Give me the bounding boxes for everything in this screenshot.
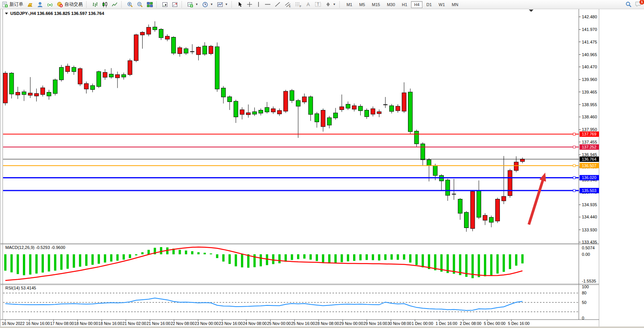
- rsi-axis-label: 0: [582, 316, 584, 320]
- new-order-button[interactable]: 新订单: [0, 0, 25, 8]
- zoom-in-icon: [127, 2, 133, 8]
- timeframe-group: M1M5M15M30H1H4D1W1MN: [343, 2, 462, 7]
- macd-axis-label: 0.5074: [582, 246, 595, 250]
- toolbar-separator: [231, 1, 234, 8]
- bar-chart-button[interactable]: [90, 0, 100, 8]
- time-tick-label: 25 Nov 00:00: [267, 321, 291, 326]
- toolbar-separator: [121, 1, 124, 8]
- price-tick-label: 134.440: [582, 215, 597, 219]
- vertical-line-button[interactable]: [254, 0, 263, 8]
- timeframe-button-H1[interactable]: H1: [399, 1, 410, 8]
- time-tick-label: 18 Nov 00:00: [74, 321, 98, 326]
- time-tick-label: 16 Nov 16:00: [26, 321, 50, 326]
- rsi-axis-label: 100: [582, 284, 589, 289]
- timeframe-button-D1[interactable]: D1: [423, 1, 435, 8]
- data-window-icon: [162, 2, 168, 8]
- svg-text:E: E: [289, 5, 291, 8]
- timeframe-button-MN[interactable]: MN: [449, 1, 461, 8]
- cursor-icon: [237, 2, 243, 7]
- crosshair-button[interactable]: [245, 0, 254, 8]
- equidistant-channel-icon: E: [284, 2, 291, 8]
- price-tick-label: 134.935: [582, 202, 597, 207]
- price-tick-label: 140.965: [582, 52, 597, 57]
- timeframe-button-M1[interactable]: M1: [344, 1, 355, 8]
- chart-title: USDJPY-,H4 136.666 136.825 136.597 136.7…: [5, 11, 104, 16]
- community-button[interactable]: [35, 0, 45, 8]
- horizontal-line-button[interactable]: [263, 0, 273, 8]
- auto-trading-icon: [57, 2, 63, 8]
- cursor-button[interactable]: [235, 0, 245, 8]
- toolbar-separator: [339, 1, 342, 8]
- price-tick-label: 137.455: [582, 140, 597, 144]
- price-tick-label: 142.480: [582, 15, 597, 19]
- svg-text:T: T: [317, 2, 319, 6]
- svg-text:F: F: [300, 5, 301, 8]
- price-tick-label: 139.960: [582, 77, 597, 82]
- timeframe-button-M5[interactable]: M5: [356, 1, 368, 8]
- time-tick-label: 29 Nov 16:00: [363, 321, 387, 326]
- time-tick-label: 25 Nov 16:00: [291, 321, 315, 326]
- navigator-button[interactable]: [170, 0, 180, 8]
- timeframe-button-W1[interactable]: W1: [435, 1, 448, 8]
- time-tick-label: 1 Dec 16:00: [436, 321, 458, 326]
- price-badge-label: 136.764: [582, 157, 596, 162]
- market-depth-button[interactable]: [25, 0, 35, 8]
- text-icon: A: [306, 2, 311, 7]
- toolbar-right-group: 1: [625, 0, 642, 9]
- price-tick-label: 133.930: [582, 228, 597, 232]
- rsi-label: RSI(14) 53.4145: [5, 286, 36, 290]
- price-badge-label: 135.503: [582, 188, 596, 193]
- main-toolbar: 新订单 自动交易: [0, 0, 644, 9]
- fibonacci-button[interactable]: F: [293, 0, 304, 8]
- new-chart-icon: [187, 2, 193, 8]
- candlestick-chart-icon: [102, 2, 108, 8]
- fibonacci-icon: F: [295, 2, 302, 8]
- zoom-in-button[interactable]: [125, 0, 135, 8]
- price-tick-label: 133.435: [582, 240, 597, 244]
- svg-text:A: A: [307, 2, 310, 7]
- text-button[interactable]: A: [304, 0, 313, 8]
- notification-badge: 1: [639, 0, 644, 5]
- auto-trading-button[interactable]: 自动交易: [55, 0, 85, 8]
- symbol-title: USDJPY-,H4 136.666 136.825 136.597 136.7…: [10, 11, 104, 16]
- arrows-button[interactable]: ▼: [323, 0, 338, 8]
- toolbar-separator: [156, 1, 159, 8]
- toolbar-separator: [86, 1, 89, 8]
- notifications-button[interactable]: 1: [635, 1, 642, 8]
- template-icon: [217, 2, 223, 8]
- new-order-label: 新订单: [10, 1, 23, 8]
- candlestick-chart-button[interactable]: [100, 0, 110, 8]
- line-chart-button[interactable]: [110, 0, 120, 8]
- tile-windows-button[interactable]: [145, 0, 155, 8]
- equidistant-channel-button[interactable]: E: [283, 0, 293, 8]
- time-tick-label: 18 Nov 16:00: [98, 321, 122, 326]
- zoom-out-button[interactable]: [135, 0, 145, 8]
- period-button[interactable]: ▼: [200, 0, 215, 8]
- signals-button[interactable]: [45, 0, 55, 8]
- chevron-down-icon: ▼: [195, 3, 198, 6]
- macd-axis-label: -1.5535: [582, 279, 596, 283]
- timeframe-button-M30[interactable]: M30: [384, 1, 398, 8]
- chevron-down-icon: ▼: [210, 3, 213, 6]
- time-tick-label: 29 Nov 00:00: [339, 321, 363, 326]
- templates-button[interactable]: ▼: [215, 0, 230, 8]
- trendline-button[interactable]: [273, 0, 283, 8]
- timeframe-button-M15[interactable]: M15: [369, 1, 383, 8]
- time-tick-label: 1 Dec 00:00: [411, 321, 433, 326]
- timeframe-button-H4[interactable]: H4: [411, 1, 422, 8]
- new-chart-button[interactable]: ▼: [185, 0, 200, 8]
- price-chart-canvas[interactable]: 142.480141.970141.475140.965140.470139.9…: [0, 0, 644, 328]
- data-window-button[interactable]: [160, 0, 170, 8]
- time-tick-label: 23 Nov 16:00: [219, 321, 243, 326]
- clock-icon: [202, 2, 208, 8]
- text-label-button[interactable]: T: [313, 0, 323, 8]
- time-tick-label: 22 Nov 08:00: [170, 321, 194, 326]
- price-badge-label: 137.252: [582, 145, 596, 149]
- search-icon[interactable]: [625, 1, 632, 8]
- toolbar-separator: [181, 1, 185, 8]
- zoom-out-icon: [137, 2, 143, 8]
- time-tick-label: 23 Nov 00:00: [195, 321, 219, 326]
- new-order-icon: [2, 2, 8, 8]
- auto-trading-label: 自动交易: [64, 1, 83, 8]
- price-tick-label: 139.465: [582, 90, 597, 94]
